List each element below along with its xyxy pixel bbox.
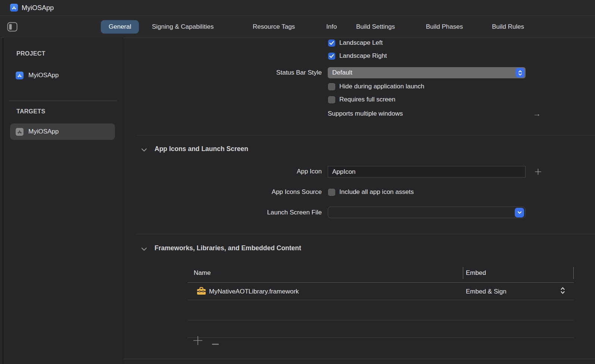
supports-multiple-windows-label: Supports multiple windows [328, 110, 403, 117]
row-divider [188, 300, 574, 300]
chevron-down-icon[interactable] [141, 246, 147, 252]
landscape-right-checkbox[interactable] [328, 53, 335, 60]
app-icon-label: App Icon [198, 168, 322, 175]
combo-chevron-icon[interactable] [515, 208, 524, 217]
framework-name: MyNativeAOTLibrary.framework [209, 288, 299, 295]
column-header-name[interactable]: Name [194, 269, 211, 277]
project-app-icon [16, 72, 24, 79]
xcode-project-editor: MyiOSApp General Signing & Capabilities … [0, 0, 595, 364]
app-store-icon [10, 4, 18, 12]
status-bar-style-value: Default [328, 69, 352, 76]
row-divider [188, 320, 574, 320]
status-bar-style-popup[interactable]: Default [328, 67, 526, 78]
sidebar-toggle-icon[interactable] [7, 22, 18, 33]
landscape-left-checkbox[interactable] [328, 40, 335, 47]
column-divider[interactable] [573, 267, 574, 279]
tab-signing-capabilities[interactable]: Signing & Capabilities [152, 23, 214, 31]
hide-during-launch-label: Hide during application launch [339, 83, 424, 90]
column-header-embed[interactable]: Embed [466, 269, 486, 277]
section-divider [137, 135, 595, 135]
project-item-label: MyiOSApp [28, 72, 59, 79]
targets-heading: TARGETS [16, 108, 45, 115]
frameworks-section-title[interactable]: Frameworks, Libraries, and Embedded Cont… [155, 244, 301, 252]
target-app-icon [16, 128, 24, 136]
chevron-down-icon[interactable] [141, 147, 147, 153]
landscape-right-label: Landscape Right [339, 52, 387, 60]
app-icons-source-label: App Icons Source [198, 188, 322, 196]
remove-framework-button[interactable] [212, 340, 219, 341]
embed-dropdown-stepper-icon[interactable] [560, 286, 565, 296]
app-icon-value: AppIcon [328, 168, 355, 176]
window-title: MyiOSApp [22, 4, 54, 12]
tab-build-settings[interactable]: Build Settings [356, 23, 395, 31]
target-item-label: MyiOSApp [28, 128, 59, 135]
tab-general-label: General [109, 23, 131, 31]
landscape-left-label: Landscape Left [339, 39, 383, 47]
table-row[interactable]: MyNativeAOTLibrary.framework Embed & Sig… [188, 283, 574, 300]
tab-build-rules[interactable]: Build Rules [492, 23, 524, 31]
include-all-assets-label: Include all app icon assets [339, 188, 414, 196]
requires-full-screen-checkbox[interactable] [328, 96, 335, 103]
hide-during-launch-checkbox[interactable] [328, 83, 335, 90]
bottom-divider [123, 359, 595, 359]
sidebar-item-target[interactable]: MyiOSApp [10, 123, 115, 140]
app-icon-field[interactable]: AppIcon [328, 166, 526, 178]
tab-resource-tags[interactable]: Resource Tags [253, 23, 295, 31]
tab-build-phases[interactable]: Build Phases [426, 23, 463, 31]
title-bar: MyiOSApp [0, 0, 595, 16]
project-targets-sidebar: PROJECT MyiOSApp TARGETS [3, 38, 123, 364]
column-divider[interactable] [463, 267, 463, 279]
arrow-right-icon[interactable]: → [533, 109, 541, 118]
row-divider [188, 338, 574, 338]
sidebar-divider [9, 101, 117, 101]
tab-info[interactable]: Info [326, 23, 337, 31]
requires-full-screen-label: Requires full screen [339, 96, 395, 103]
toolbox-icon [197, 286, 206, 296]
tab-general[interactable]: General [101, 20, 139, 34]
editor-tab-bar: General Signing & Capabilities Resource … [0, 16, 595, 38]
include-all-assets-checkbox[interactable] [328, 189, 335, 196]
launch-screen-file-label: Launch Screen File [198, 209, 322, 216]
section-divider [137, 234, 595, 234]
add-framework-button[interactable] [193, 336, 203, 345]
project-heading: PROJECT [16, 50, 46, 57]
sidebar-item-project[interactable]: MyiOSApp [16, 69, 116, 81]
app-icons-section-title[interactable]: App Icons and Launch Screen [155, 145, 248, 153]
status-bar-style-label: Status Bar Style [198, 69, 322, 76]
launch-screen-file-combo[interactable] [328, 207, 526, 218]
stepper-icon [515, 68, 524, 78]
checkmark-icon [329, 41, 334, 45]
checkmark-icon [329, 54, 334, 58]
framework-embed-value: Embed & Sign [466, 288, 507, 295]
plus-icon[interactable] [535, 169, 541, 176]
frameworks-table: Name Embed MyNativeAOTLibrary.framework … [188, 266, 574, 338]
